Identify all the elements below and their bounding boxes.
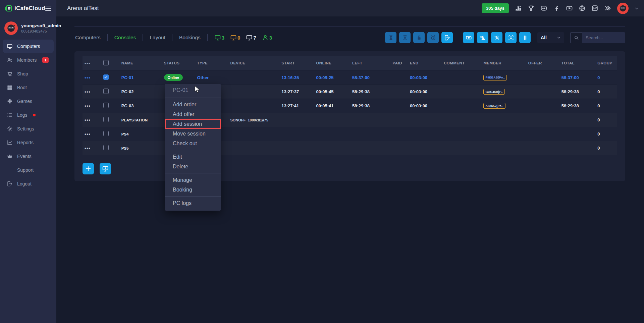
row-menu-icon[interactable]: ••• (85, 61, 91, 66)
row-checkbox[interactable] (103, 131, 109, 136)
select-all-checkbox[interactable] (103, 60, 109, 65)
tab-bookings[interactable]: Bookings (172, 34, 208, 41)
cell-name: PLAYSTATION (119, 113, 162, 127)
pause-button[interactable] (519, 32, 531, 43)
cell-online: 00:05:41 (314, 99, 350, 113)
cell-type: Other (195, 70, 228, 85)
row-menu-icon[interactable]: ••• (85, 89, 91, 94)
sidebar-item-logs[interactable]: Logs (3, 108, 54, 122)
menu-item-edit[interactable]: Edit (165, 152, 221, 162)
menu-item-add-order[interactable]: Add order (165, 100, 221, 109)
menu-item-booking[interactable]: Booking (165, 185, 221, 195)
youtube-icon[interactable] (566, 5, 573, 12)
members-icon (7, 57, 13, 63)
cell-device (228, 141, 279, 155)
sidebar-item-computers[interactable]: Computers (3, 40, 54, 53)
sidebar-item-logout[interactable]: Logout (3, 177, 54, 191)
sidebar-item-members[interactable]: Members1 (3, 53, 54, 67)
menu-item-pc-logs[interactable]: PC logs (165, 198, 221, 208)
notification-badge: 1 (42, 57, 49, 63)
cell-name-value[interactable]: PC-02 (121, 89, 134, 94)
hourglass-button[interactable] (399, 32, 411, 43)
cell-end: 00:03:00 (408, 99, 442, 113)
menu-item-check-out[interactable]: Check out (165, 139, 221, 148)
user-avatar[interactable] (4, 21, 18, 35)
row-checkbox[interactable] (103, 89, 109, 94)
sidebar-item-games[interactable]: Games (3, 95, 54, 108)
add-pc-button[interactable] (100, 163, 111, 174)
cell-name-value[interactable]: PS5 (121, 146, 129, 150)
row-menu-icon[interactable]: ••• (85, 103, 91, 108)
menu-item-delete[interactable]: Delete (165, 162, 221, 171)
cell-comment (442, 85, 481, 99)
alarm-button[interactable] (427, 32, 439, 43)
tab-layout[interactable]: Layout (143, 34, 172, 41)
sidebar-item-support[interactable]: Support (3, 163, 54, 177)
row-menu-icon[interactable]: ••• (85, 75, 91, 80)
chevron-down-icon[interactable] (635, 6, 639, 10)
facebook-icon[interactable] (553, 5, 560, 12)
cell-total (559, 127, 596, 141)
globe-icon[interactable] (579, 5, 586, 12)
cell-group-value: 0 (597, 131, 600, 137)
menu-item-move-session[interactable]: Move session (165, 129, 221, 139)
column-header-end: END (408, 56, 442, 70)
cell-name-value[interactable]: PC-01 (121, 75, 134, 80)
menu-divider (165, 98, 221, 98)
checkout-icon (444, 35, 450, 41)
subscription-days-badge[interactable]: 305 days (482, 3, 509, 13)
lock-icon (416, 35, 422, 41)
hourglass-icon (402, 35, 408, 41)
cash-button[interactable] (463, 32, 474, 43)
layers-icon[interactable] (604, 5, 611, 12)
filter-select[interactable]: All (537, 32, 564, 43)
menu-item-add-offer[interactable]: Add offer (165, 109, 221, 119)
cell-start: 13:27:41 (279, 99, 314, 113)
discord-icon[interactable] (540, 5, 547, 12)
sidebar-item-boot[interactable]: Boot (3, 81, 54, 94)
user-avatar[interactable] (617, 3, 629, 14)
tab-computers[interactable]: Computers (74, 34, 108, 41)
sidebar-item-settings[interactable]: Settings (3, 122, 54, 136)
member-add-button[interactable] (491, 32, 502, 43)
brand[interactable]: iCafeCloud (5, 5, 45, 12)
row-checkbox[interactable] (103, 145, 109, 150)
checkout-button[interactable] (441, 32, 453, 43)
member-badge[interactable]: F9EBAB[Po.. (483, 75, 507, 80)
icafecloud-icon[interactable] (591, 5, 598, 12)
row-menu-icon[interactable]: ••• (85, 131, 91, 137)
ranking-icon[interactable] (515, 5, 522, 12)
member-star-button[interactable] (477, 32, 488, 43)
row-checkbox[interactable] (103, 74, 109, 80)
plus-button[interactable] (83, 163, 94, 174)
member-badge[interactable]: GAC46B[P.. (483, 89, 504, 95)
row-menu-icon[interactable]: ••• (85, 117, 91, 122)
trophy-icon[interactable] (528, 5, 535, 12)
cell-comment (442, 70, 481, 85)
cell-name-value[interactable]: PLAYSTATION (121, 118, 148, 122)
cell-left (350, 113, 390, 127)
sidebar-item-events[interactable]: Events (3, 150, 54, 163)
menu-item-manage[interactable]: Manage (165, 175, 221, 185)
sidebar-item-shop[interactable]: Shop (3, 67, 54, 80)
cell-name-value[interactable]: PC-03 (121, 103, 134, 108)
row-checkbox[interactable] (103, 117, 109, 122)
row-checkbox[interactable] (103, 103, 109, 108)
screen-button[interactable] (505, 32, 517, 43)
lock-button[interactable] (413, 32, 425, 43)
status-badge: Online (164, 74, 183, 81)
menu-item-add-session[interactable]: Add session (165, 119, 221, 129)
search-input[interactable] (582, 32, 625, 43)
cell-group: 0 (595, 99, 617, 113)
member-star-icon (480, 35, 486, 41)
tab-consoles[interactable]: Consoles (108, 34, 143, 41)
mouse-cursor (195, 86, 200, 94)
sidebar-item-reports[interactable]: Reports (3, 136, 54, 149)
cell-name-value[interactable]: PS4 (121, 132, 129, 136)
logs-icon (7, 112, 13, 118)
hamburger-icon[interactable] (45, 6, 51, 11)
hourglass-filled-button[interactable] (385, 32, 396, 43)
cell-total: 58:29:38 (559, 85, 596, 99)
row-menu-icon[interactable]: ••• (85, 146, 91, 151)
member-badge[interactable]: A33657[Po.. (483, 103, 505, 109)
